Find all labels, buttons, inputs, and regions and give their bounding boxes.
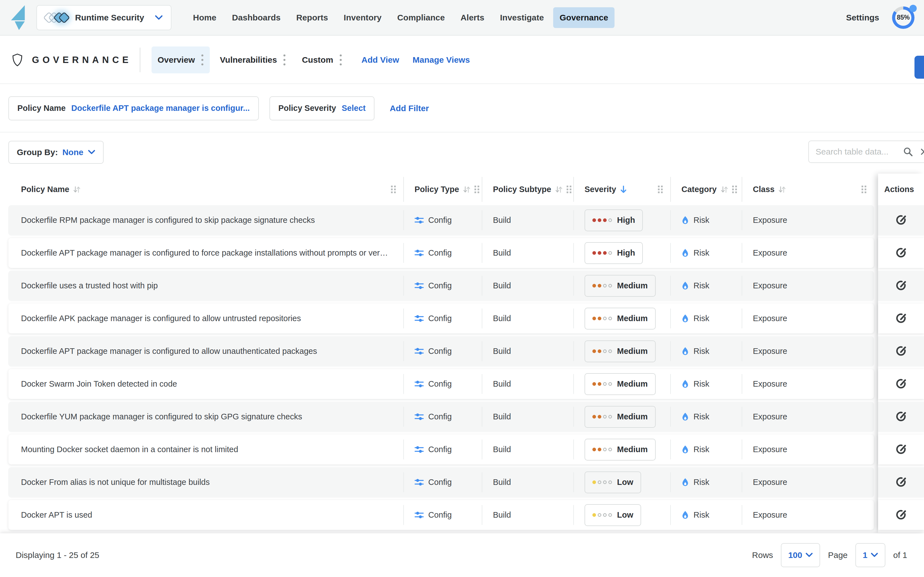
row-edit-button[interactable] xyxy=(878,402,924,432)
nav-item-reports[interactable]: Reports xyxy=(290,7,334,28)
column-header-class[interactable]: Class xyxy=(742,174,874,205)
settings-button[interactable]: Settings xyxy=(846,13,879,23)
nav-item-alerts[interactable]: Alerts xyxy=(454,7,491,28)
severity-dot xyxy=(592,218,596,222)
search-icon[interactable] xyxy=(903,147,913,157)
row-edit-button[interactable] xyxy=(878,336,924,366)
table-row[interactable]: Dockerfile APK package manager is config… xyxy=(8,303,874,334)
sort-icon[interactable] xyxy=(463,185,471,194)
group-by-dropdown[interactable]: Group By: None xyxy=(8,141,104,164)
category-text: Risk xyxy=(693,216,709,225)
row-edit-button[interactable] xyxy=(878,303,924,334)
page-dropdown[interactable]: 1 xyxy=(855,543,885,567)
policy-name-cell[interactable]: Dockerfile APT package manager is config… xyxy=(8,238,403,268)
edit-icon xyxy=(896,477,906,488)
policy-name-cell[interactable]: Docker Swarm Join Token detected in code xyxy=(8,369,403,399)
add-view-link[interactable]: Add View xyxy=(361,55,399,64)
policy-name-cell[interactable]: Docker From alias is not unique for mult… xyxy=(8,467,403,497)
table-row[interactable]: Dockerfile APT package manager is config… xyxy=(8,336,874,366)
flame-icon xyxy=(681,412,689,421)
row-edit-button[interactable] xyxy=(878,205,924,235)
class-cell: Exposure xyxy=(742,500,874,530)
row-edit-button[interactable] xyxy=(878,369,924,399)
column-drag-handle-icon[interactable] xyxy=(658,185,663,193)
user-avatar[interactable]: 85% xyxy=(892,6,914,29)
sort-icon[interactable] xyxy=(73,185,81,194)
row-edit-button[interactable] xyxy=(878,467,924,497)
column-drag-handle-icon[interactable] xyxy=(474,185,479,193)
policy-name-cell[interactable]: Dockerfile APK package manager is config… xyxy=(8,303,403,334)
category-text: Risk xyxy=(693,281,709,290)
category-cell: Risk xyxy=(670,467,742,497)
tab-overview[interactable]: Overview xyxy=(152,47,210,73)
sort-icon[interactable] xyxy=(778,185,786,194)
table-row[interactable]: Docker APT is usedConfigBuildLowRiskExpo… xyxy=(8,500,874,530)
category-cell: Risk xyxy=(670,435,742,464)
column-header-policy-name[interactable]: Policy Name xyxy=(8,174,403,205)
column-drag-handle-icon[interactable] xyxy=(567,185,572,193)
table-row[interactable]: Docker From alias is not unique for mult… xyxy=(8,467,874,497)
policy-subtype-cell: Build xyxy=(482,303,573,334)
rows-label: Rows xyxy=(752,550,773,560)
table-row[interactable]: Mounting Docker socket daemon in a conta… xyxy=(8,435,874,464)
manage-views-link[interactable]: Manage Views xyxy=(413,55,470,64)
policy-name-cell[interactable]: Mounting Docker socket daemon in a conta… xyxy=(8,435,403,464)
tab-vulnerabilities[interactable]: Vulnerabilities xyxy=(214,47,292,73)
severity-dot xyxy=(608,448,612,451)
rows-per-page-dropdown[interactable]: 100 xyxy=(781,543,820,567)
sliders-icon xyxy=(414,445,424,453)
category-cell: Risk xyxy=(670,271,742,301)
class-text: Exposure xyxy=(753,478,787,487)
class-cell: Exposure xyxy=(742,238,874,268)
clear-search-icon[interactable] xyxy=(920,148,924,155)
nav-item-compliance[interactable]: Compliance xyxy=(391,7,451,28)
class-cell: Exposure xyxy=(742,336,874,366)
filter-label: Policy Severity xyxy=(278,103,336,113)
table-row[interactable]: Dockerfile YUM package manager is config… xyxy=(8,402,874,432)
severity-dot xyxy=(598,415,601,419)
column-header-severity[interactable]: Severity xyxy=(573,174,670,205)
sort-icon[interactable] xyxy=(721,185,728,194)
policy-name-cell[interactable]: Dockerfile uses a trusted host with pip xyxy=(8,271,403,301)
row-edit-button[interactable] xyxy=(878,435,924,464)
brand-logo-icon[interactable] xyxy=(8,4,27,31)
table-header-row: Policy Name Policy Type Policy Subtype xyxy=(8,174,874,205)
policy-severity-filter[interactable]: Policy Severity Select xyxy=(269,96,375,120)
policy-type-cell: Config xyxy=(403,336,482,366)
nav-item-dashboards[interactable]: Dashboards xyxy=(226,7,287,28)
row-edit-button[interactable] xyxy=(878,500,924,530)
nav-item-investigate[interactable]: Investigate xyxy=(493,7,550,28)
severity-badge: High xyxy=(585,242,643,264)
column-drag-handle-icon[interactable] xyxy=(391,185,396,193)
column-header-policy-subtype[interactable]: Policy Subtype xyxy=(482,174,573,205)
table-row[interactable]: Docker Swarm Join Token detected in code… xyxy=(8,369,874,399)
edge-action-button[interactable] xyxy=(914,56,924,79)
policy-name-cell[interactable]: Dockerfile YUM package manager is config… xyxy=(8,402,403,432)
add-filter-link[interactable]: Add Filter xyxy=(390,103,429,113)
table-row[interactable]: Dockerfile RPM package manager is config… xyxy=(8,205,874,235)
search-input[interactable] xyxy=(815,147,903,157)
policy-type-text: Config xyxy=(428,379,452,388)
sort-icon[interactable] xyxy=(555,185,563,194)
nav-item-home[interactable]: Home xyxy=(187,7,223,28)
category-text: Risk xyxy=(693,478,709,487)
column-drag-handle-icon[interactable] xyxy=(861,185,867,193)
row-edit-button[interactable] xyxy=(878,238,924,268)
row-edit-button[interactable] xyxy=(878,271,924,301)
tab-custom[interactable]: Custom xyxy=(296,47,348,73)
sort-desc-icon[interactable] xyxy=(620,185,627,194)
column-header-category[interactable]: Category xyxy=(670,174,742,205)
product-selector-dropdown[interactable]: Runtime Security xyxy=(36,5,171,30)
policy-name-filter[interactable]: Policy Name Dockerfile APT package manag… xyxy=(8,96,259,120)
edit-icon xyxy=(896,313,906,324)
severity-dot xyxy=(592,480,596,484)
nav-item-inventory[interactable]: Inventory xyxy=(337,7,388,28)
table-row[interactable]: Dockerfile uses a trusted host with pipC… xyxy=(8,271,874,301)
policy-name-cell[interactable]: Dockerfile APT package manager is config… xyxy=(8,336,403,366)
policy-name-cell[interactable]: Docker APT is used xyxy=(8,500,403,530)
policy-name-cell[interactable]: Dockerfile RPM package manager is config… xyxy=(8,205,403,235)
column-drag-handle-icon[interactable] xyxy=(732,185,737,193)
column-header-policy-type[interactable]: Policy Type xyxy=(403,174,482,205)
nav-item-governance[interactable]: Governance xyxy=(553,7,614,28)
table-row[interactable]: Dockerfile APT package manager is config… xyxy=(8,238,874,268)
